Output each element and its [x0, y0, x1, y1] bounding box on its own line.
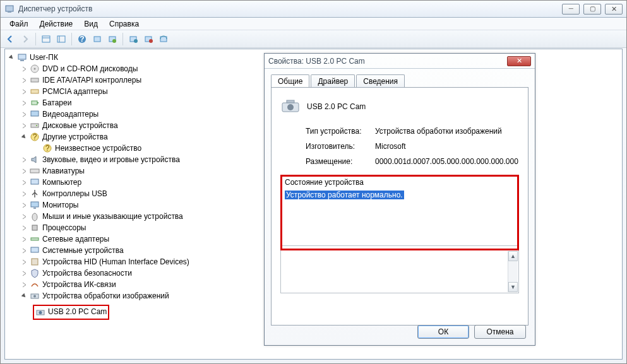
maximize-button[interactable]: ▢: [583, 4, 601, 15]
tree-item[interactable]: Системные устройства: [42, 246, 124, 255]
expand-icon[interactable]: [20, 99, 28, 107]
tree-item[interactable]: Мониторы: [42, 201, 78, 209]
tab-details[interactable]: Сведения: [356, 74, 405, 88]
tree-item[interactable]: PCMCIA адаптеры: [42, 87, 108, 96]
expand-icon[interactable]: [20, 190, 28, 197]
expand-icon[interactable]: [20, 167, 28, 175]
svg-text:?: ?: [33, 132, 37, 141]
menu-help[interactable]: Справка: [104, 18, 144, 30]
tree-item[interactable]: DVD и CD-ROM дисководы: [42, 64, 138, 73]
field-type-value: Устройства обработки изображений: [375, 127, 519, 136]
update-driver-button[interactable]: [105, 32, 119, 46]
tree-item[interactable]: Дисковые устройства: [42, 121, 118, 130]
tree-item[interactable]: Устройства ИК-связи: [42, 280, 116, 289]
dialog-close-button[interactable]: ✕: [507, 56, 531, 66]
tree-item[interactable]: Устройства обработки изображений: [42, 291, 169, 300]
expand-icon[interactable]: [20, 201, 28, 209]
tab-general[interactable]: Общие: [271, 74, 309, 88]
unknown-device-icon: ?: [42, 143, 52, 153]
menu-action[interactable]: Действие: [35, 18, 78, 30]
enable-button[interactable]: [157, 32, 170, 46]
status-legend: Состояние устройства: [282, 177, 517, 188]
svg-rect-37: [31, 238, 39, 240]
battery-icon: [30, 98, 40, 108]
expand-icon[interactable]: [20, 156, 28, 163]
scrollbar[interactable]: ▲ ▼: [508, 251, 518, 292]
tree-item[interactable]: Сетевые адаптеры: [42, 235, 109, 244]
expand-icon[interactable]: [20, 65, 28, 73]
expand-icon[interactable]: [20, 281, 28, 288]
close-button[interactable]: ✕: [605, 4, 623, 15]
expand-icon[interactable]: [20, 224, 28, 232]
minimize-button[interactable]: ─: [562, 4, 580, 15]
security-icon: [30, 268, 40, 278]
tab-driver[interactable]: Драйвер: [311, 74, 355, 88]
titlebar: Диспетчер устройств ─ ▢ ✕: [1, 1, 626, 18]
tree-item[interactable]: Мыши и иные указывающие устройства: [42, 212, 183, 221]
show-hidden-button[interactable]: [39, 32, 53, 46]
tree-item[interactable]: Звуковые, видео и игровые устройства: [42, 155, 180, 164]
ide-icon: [30, 75, 40, 85]
computer-icon: [30, 177, 40, 187]
tree-item[interactable]: Клавиатуры: [42, 167, 85, 175]
status-textbox[interactable]: Устройство работает нормально.: [282, 188, 517, 246]
help-button[interactable]: ?: [75, 32, 89, 46]
disable-button[interactable]: [141, 32, 155, 46]
collapse-icon[interactable]: [20, 133, 28, 141]
back-button[interactable]: [3, 32, 17, 46]
svg-rect-0: [6, 6, 13, 11]
tree-item[interactable]: Процессоры: [42, 223, 87, 232]
expand-icon[interactable]: [20, 235, 28, 243]
tree-item[interactable]: Другие устройства: [42, 132, 108, 141]
expand-icon[interactable]: [20, 269, 28, 277]
menu-file[interactable]: Файл: [4, 18, 33, 30]
expand-icon[interactable]: [20, 258, 28, 266]
menu-view[interactable]: Вид: [79, 18, 103, 30]
scan-button[interactable]: [90, 32, 104, 46]
tree-item-camera[interactable]: USB 2.0 PC Cam: [48, 307, 107, 317]
svg-rect-4: [57, 36, 65, 42]
expand-icon[interactable]: [20, 88, 28, 95]
tree-root-label[interactable]: User-ПК: [30, 53, 58, 62]
expand-icon[interactable]: [20, 122, 28, 129]
tree-item[interactable]: IDE ATA/ATAPI контроллеры: [42, 76, 141, 85]
collapse-icon[interactable]: [20, 292, 28, 300]
client-area: User-ПК DVD и CD-ROM дисководы IDE ATA/A…: [4, 49, 623, 360]
expand-icon[interactable]: [20, 213, 28, 220]
svg-point-41: [33, 295, 36, 298]
device-tree[interactable]: User-ПК DVD и CD-ROM дисководы IDE ATA/A…: [8, 52, 260, 356]
expand-icon[interactable]: [20, 76, 28, 84]
app-icon: [4, 4, 15, 14]
svg-rect-2: [42, 36, 50, 42]
collapse-icon[interactable]: [8, 54, 15, 61]
highlighted-device: USB 2.0 PC Cam: [33, 305, 109, 320]
scroll-up-button[interactable]: ▲: [508, 251, 518, 261]
svg-rect-17: [20, 60, 24, 61]
uninstall-button[interactable]: [126, 32, 140, 46]
properties-button[interactable]: [54, 32, 68, 46]
forward-button[interactable]: [18, 32, 32, 46]
ir-icon: [30, 279, 40, 290]
ok-button[interactable]: ОК: [417, 325, 469, 339]
expand-icon[interactable]: [20, 110, 28, 118]
field-mfr-value: Microsoft: [375, 142, 519, 151]
svg-point-12: [134, 39, 138, 43]
tree-item[interactable]: Батареи: [42, 98, 71, 107]
expand-icon[interactable]: [20, 179, 28, 186]
status-textbox-lower[interactable]: ▲ ▼: [280, 250, 519, 293]
dialog-titlebar: Свойства: USB 2.0 PC Cam ✕: [265, 54, 535, 69]
scroll-down-button[interactable]: ▼: [508, 282, 518, 292]
tree-item[interactable]: Контроллеры USB: [42, 189, 107, 198]
tree-item[interactable]: Видеоадаптеры: [42, 110, 99, 119]
tree-item[interactable]: Устройства безопасности: [42, 269, 132, 278]
tree-item[interactable]: Компьютер: [42, 178, 81, 187]
cpu-icon: [30, 223, 40, 233]
tree-item[interactable]: Неизвестное устройство: [55, 144, 141, 153]
tree-item[interactable]: Устройства HID (Human Interface Devices): [42, 257, 189, 266]
expand-icon[interactable]: [20, 247, 28, 254]
svg-rect-34: [33, 208, 36, 209]
svg-point-19: [34, 68, 36, 70]
svg-point-26: [36, 125, 37, 126]
svg-point-14: [149, 39, 153, 43]
cancel-button[interactable]: Отмена: [474, 325, 526, 339]
